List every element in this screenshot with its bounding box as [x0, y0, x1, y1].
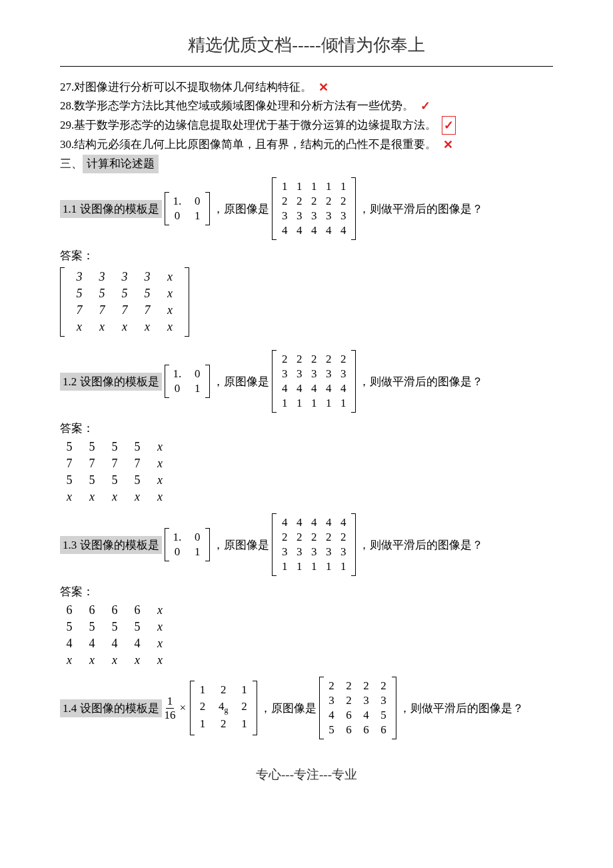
stmt-num: 27. [60, 79, 74, 96]
template-matrix: 1.001 [165, 192, 211, 225]
stmt-text: 对图像进行分析可以不提取物体几何结构特征。 [74, 79, 312, 96]
stmt-text: 数学形态学方法比其他空域或频域图像处理和分析方法有一些优势。 [74, 97, 414, 115]
statement-28: 28. 数学形态学方法比其他空域或频域图像处理和分析方法有一些优势。 ✓ [60, 97, 553, 115]
stmt-text: 基于数学形态学的边缘信息提取处理优于基于微分运算的边缘提取方法。 [74, 117, 436, 134]
stmt-num: 28. [60, 97, 74, 115]
fraction-denominator: 16 [163, 709, 177, 722]
answer-matrix-1-1: 3333x5555x7777xxxxxx [60, 267, 189, 337]
header-rule [60, 66, 553, 67]
check-icon: ✓ [419, 97, 432, 115]
answer-label: 答案： [60, 584, 553, 599]
problem-label: 1.2 设图像的模板是 [60, 373, 162, 391]
template-matrix: 1.001 [165, 528, 211, 561]
problem-label: 1.4 设图像的模板是 [60, 699, 162, 717]
statement-30: 30. 结构元必须在几何上比原图像简单，且有界，结构元的凸性不是很重要。 ✕ [60, 136, 553, 153]
problem-label: 1.1 设图像的模板是 [60, 200, 162, 218]
image-matrix: 22222333334444411111 [272, 350, 356, 413]
statement-29: 29. 基于数学形态学的边缘信息提取处理优于基于微分运算的边缘提取方法。 ✓ [60, 116, 553, 135]
stmt-num: 29. [60, 117, 74, 134]
answer-matrix-1-2: 5555x7777x5555xxxxxx [60, 440, 553, 504]
answer-label: 答案： [60, 421, 553, 436]
image-matrix: 2222323346455666 [319, 677, 396, 739]
problem-1-3: 1.3 设图像的模板是 1.001 ，原图像是 4444422222333331… [60, 513, 553, 576]
mid-text: ，原图像是 [213, 537, 269, 553]
problem-1-4: 1.4 设图像的模板是 1 16 × 12124g2121 ，原图像是 2222… [60, 677, 553, 739]
stmt-num: 30. [60, 136, 74, 153]
tail-text: ，则做平滑后的图像是？ [358, 537, 483, 553]
section-prefix: 三、 [60, 155, 83, 173]
cross-icon: ✕ [442, 136, 454, 153]
answer-label: 答案： [60, 248, 553, 263]
statement-27: 27. 对图像进行分析可以不提取物体几何结构特征。 ✕ [60, 79, 553, 96]
tail-text: ，则做平滑后的图像是？ [358, 201, 483, 217]
times-symbol: × [180, 701, 187, 715]
mid-text: ，原图像是 [213, 374, 269, 389]
answer-matrix-1-3: 6666x5555x4444xxxxxx [60, 603, 553, 667]
section-title: 计算和论述题 [83, 155, 159, 173]
fraction: 1 16 [163, 695, 177, 722]
check-icon: ✓ [442, 116, 456, 135]
problem-1-1: 1.1 设图像的模板是 1.001 ，原图像是 1111122222333334… [60, 177, 553, 240]
page-content: 精选优质文档-----倾情为你奉上 27. 对图像进行分析可以不提取物体几何结构… [0, 0, 613, 810]
problem-label: 1.3 设图像的模板是 [60, 536, 162, 554]
stmt-text: 结构元必须在几何上比原图像简单，且有界，结构元的凸性不是很重要。 [74, 136, 436, 153]
page-footer: 专心---专注---专业 [60, 766, 553, 783]
fraction-numerator: 1 [166, 695, 175, 709]
image-matrix: 11111222223333344444 [272, 177, 356, 240]
tail-text: ，则做平滑后的图像是？ [358, 374, 483, 389]
cross-icon: ✕ [317, 79, 330, 96]
page-header: 精选优质文档-----倾情为你奉上 [60, 33, 553, 57]
mid-text: ，原图像是 [213, 201, 269, 217]
image-matrix: 44444222223333311111 [272, 513, 356, 576]
mid-text: ，原图像是 [260, 701, 316, 716]
template-matrix: 12124g2121 [190, 681, 257, 735]
section-3-heading: 三、 计算和论述题 [60, 155, 553, 173]
problem-1-2: 1.2 设图像的模板是 1.001 ，原图像是 2222233333444441… [60, 350, 553, 413]
tail-text: ，则做平滑后的图像是？ [399, 701, 524, 716]
template-matrix: 1.001 [165, 365, 211, 398]
